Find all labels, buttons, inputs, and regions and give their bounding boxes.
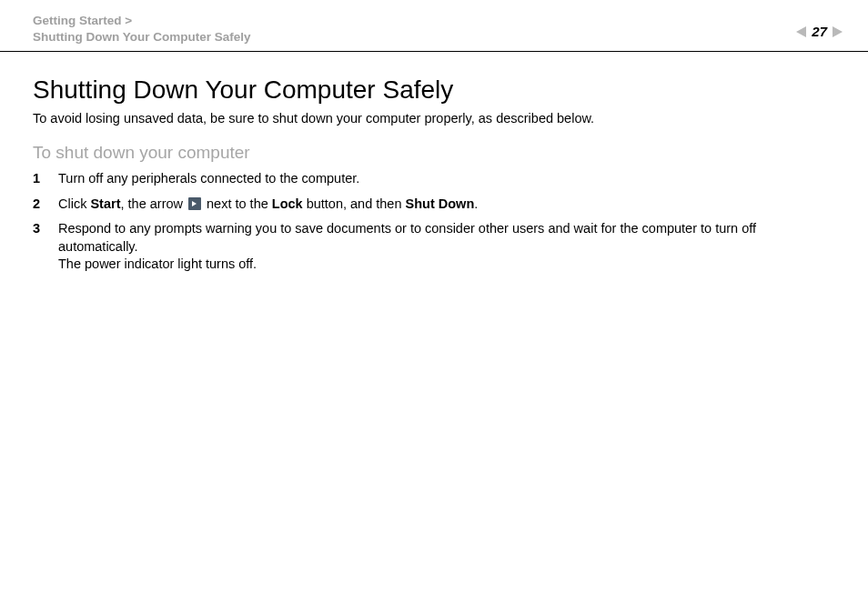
step-3-body: Respond to any prompts warning you to sa…	[58, 220, 835, 274]
step-2-body: Click Start, the arrow next to the Lock …	[58, 196, 835, 214]
breadcrumb: Getting Started > Shutting Down Your Com…	[33, 13, 251, 45]
step-2-text-3: next to the	[203, 196, 272, 211]
step-1-body: Turn off any peripherals connected to th…	[58, 170, 835, 188]
intro-paragraph: To avoid losing unsaved data, be sure to…	[33, 110, 835, 128]
breadcrumb-bottom: Shutting Down Your Computer Safely	[33, 29, 251, 45]
breadcrumb-top: Getting Started >	[33, 13, 251, 29]
step-2-text-5: .	[474, 196, 478, 211]
section-subtitle: To shut down your computer	[33, 143, 835, 163]
step-3-line-1: Respond to any prompts warning you to sa…	[58, 221, 756, 254]
steps-list: Turn off any peripherals connected to th…	[33, 170, 835, 274]
step-2-bold-shutdown: Shut Down	[406, 196, 475, 211]
page-header: Getting Started > Shutting Down Your Com…	[0, 0, 868, 52]
page-content: Shutting Down Your Computer Safely To av…	[0, 52, 868, 273]
step-2-text-4: button, and then	[303, 196, 406, 211]
step-1: Turn off any peripherals connected to th…	[33, 170, 835, 188]
step-2-text-1: Click	[58, 196, 90, 211]
page-navigator: 27	[796, 24, 843, 39]
step-2-bold-start: Start	[90, 196, 120, 211]
prev-page-icon[interactable]	[796, 26, 806, 37]
document-page: Getting Started > Shutting Down Your Com…	[0, 0, 868, 613]
step-3: Respond to any prompts warning you to sa…	[33, 220, 835, 274]
step-2: Click Start, the arrow next to the Lock …	[33, 196, 835, 214]
arrow-icon	[188, 197, 201, 210]
page-title: Shutting Down Your Computer Safely	[33, 75, 835, 105]
next-page-icon[interactable]	[833, 26, 843, 37]
step-3-line-2: The power indicator light turns off.	[58, 256, 257, 271]
step-2-text-2: , the arrow	[121, 196, 187, 211]
step-2-bold-lock: Lock	[272, 196, 303, 211]
page-number: 27	[812, 24, 827, 39]
